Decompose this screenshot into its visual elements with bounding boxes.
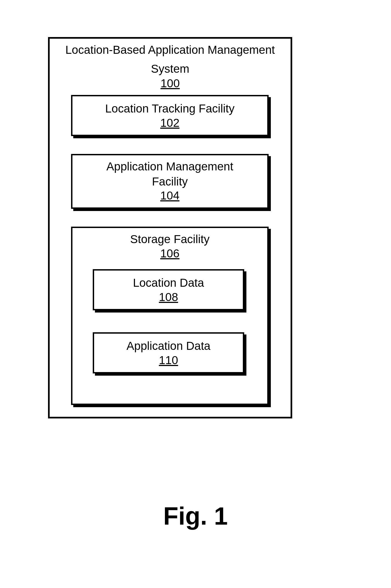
application-management-facility-box: Application Management Facility 104 <box>71 154 269 209</box>
box-106-ref: 106 <box>72 247 267 260</box>
box-102-ref: 102 <box>72 116 267 130</box>
system-title-line1: Location-Based Application Management <box>50 39 291 58</box>
box-104-ref: 104 <box>72 189 267 202</box>
box-102-title: Location Tracking Facility <box>72 101 267 116</box>
box-104-title-line1: Application Management <box>72 159 267 174</box>
system-title-line2: System <box>50 58 291 77</box>
box-110-ref: 110 <box>94 354 243 367</box>
application-data-box: Application Data 110 <box>93 332 244 373</box>
box-104-title-line2: Facility <box>72 174 267 189</box>
location-data-box: Location Data 108 <box>93 269 244 310</box>
figure-label: Fig. 1 <box>0 502 391 530</box>
system-ref: 100 <box>50 77 291 90</box>
box-110-title: Application Data <box>94 339 243 354</box>
location-tracking-facility-box: Location Tracking Facility 102 <box>71 95 269 136</box>
box-108-ref: 108 <box>94 291 243 304</box>
box-108-title: Location Data <box>94 275 243 291</box>
system-container: Location-Based Application Management Sy… <box>48 37 292 418</box>
storage-facility-box: Storage Facility 106 Location Data 108 A… <box>71 227 269 405</box>
box-106-title: Storage Facility <box>72 232 267 247</box>
